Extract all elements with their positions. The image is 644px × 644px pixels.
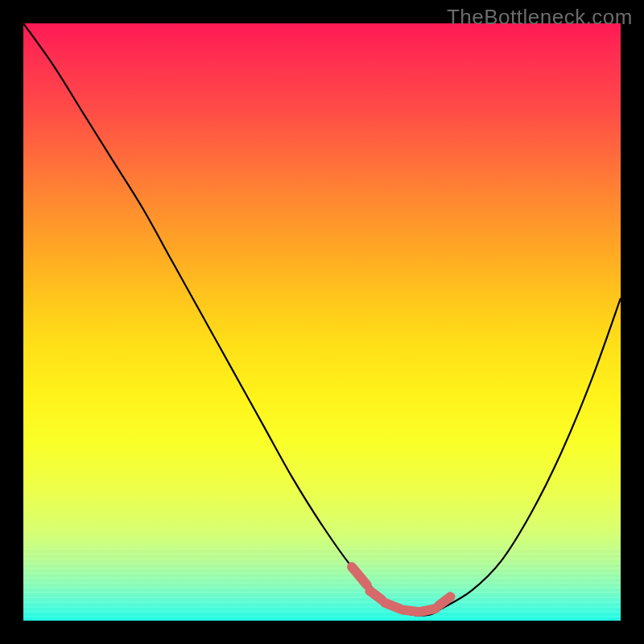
watermark-text: TheBottleneck.com — [447, 5, 633, 30]
marker-segment — [352, 567, 367, 584]
chart-frame: TheBottleneck.com — [0, 0, 644, 644]
marker-layer — [23, 23, 621, 621]
plot-area — [23, 23, 621, 621]
marker-segment — [369, 591, 382, 600]
optimal-range-marker — [352, 567, 450, 612]
marker-segment — [439, 597, 451, 605]
marker-segment — [420, 609, 436, 612]
marker-segment — [385, 603, 400, 609]
marker-segment — [402, 610, 418, 612]
